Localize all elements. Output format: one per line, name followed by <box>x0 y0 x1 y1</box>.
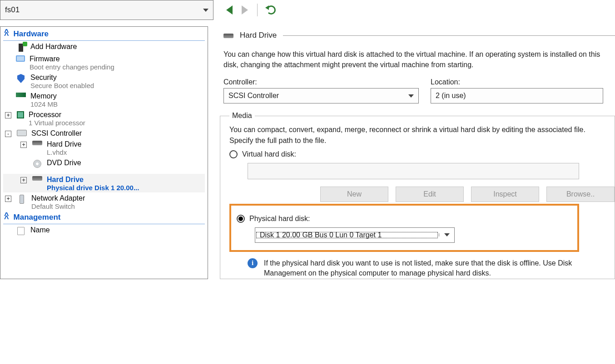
toolbar: fs01 <box>0 0 615 20</box>
info-icon: i <box>248 258 258 268</box>
management-section-title: Management <box>14 213 61 222</box>
monitor-icon <box>16 55 25 62</box>
toolbar-separator <box>257 4 258 16</box>
collapse-icon: ^^ <box>4 31 9 37</box>
hardware-section-header[interactable]: ^^ Hardware <box>3 29 205 41</box>
nav-add-hardware[interactable]: Add Hardware <box>3 41 205 53</box>
document-icon <box>16 226 26 236</box>
refresh-icon[interactable] <box>267 5 276 15</box>
hard-drive-icon <box>32 141 42 145</box>
management-section-header[interactable]: ^^ Management <box>3 212 205 224</box>
memory-icon <box>16 93 26 97</box>
panel-header: Hard Drive <box>223 31 615 40</box>
hard-drive-icon <box>32 176 42 181</box>
browse-button[interactable]: Browse.. <box>546 187 615 202</box>
attachment-help-text: You can change how this virtual hard dis… <box>223 49 600 70</box>
physical-disk-dropdown[interactable]: Disk 1 20.00 GB Bus 0 Lun 0 Target 1 <box>255 227 455 243</box>
detail-pane: Hard Drive You can change how this virtu… <box>208 26 615 279</box>
media-fieldset: Media You can compact, convert, expand, … <box>220 112 615 279</box>
nav-security[interactable]: Security Secure Boot enabled <box>3 72 205 90</box>
add-hardware-icon <box>16 43 26 52</box>
network-adapter-icon <box>17 195 27 204</box>
expand-icon[interactable]: + <box>20 142 27 148</box>
nav-scsi-controller[interactable]: - SCSI Controller <box>3 128 205 138</box>
nav-hard-drive-1[interactable]: + Hard Drive L.vhdx <box>3 138 205 157</box>
chevron-down-icon <box>203 9 208 12</box>
expand-icon[interactable]: + <box>5 196 11 202</box>
dvd-icon <box>32 159 42 168</box>
settings-tree: ^^ Hardware Add Hardware Firmware Boot e… <box>0 26 208 279</box>
media-legend: Media <box>229 112 255 120</box>
collapse-box-icon[interactable]: - <box>5 131 11 137</box>
vm-selector-dropdown[interactable]: fs01 <box>0 0 213 20</box>
physical-disk-info: i If the physical hard disk you want to … <box>248 258 615 279</box>
nav-memory[interactable]: Memory 1024 MB <box>3 90 205 109</box>
nav-processor[interactable]: + Processor 1 Virtual processor <box>3 109 205 128</box>
location-dropdown[interactable]: 2 (in use) <box>431 88 603 103</box>
virtual-hard-disk-radio[interactable]: Virtual hard disk: <box>229 150 615 158</box>
physical-hard-disk-radio[interactable]: Physical hard disk: <box>237 215 572 223</box>
inspect-button[interactable]: Inspect <box>471 187 539 202</box>
controller-location-row: Controller: SCSI Controller Location: 2 … <box>223 78 615 103</box>
location-label: Location: <box>431 78 603 86</box>
nav-name[interactable]: Name <box>3 224 205 236</box>
shield-icon <box>16 74 26 83</box>
nav-firmware[interactable]: Firmware Boot entry changes pending <box>3 53 205 72</box>
forward-icon[interactable] <box>242 5 248 15</box>
panel-title: Hard Drive <box>240 31 277 40</box>
vm-selector-value: fs01 <box>5 5 203 15</box>
hardware-section-title: Hardware <box>14 30 49 39</box>
divider <box>283 35 615 36</box>
controller-label: Controller: <box>223 78 419 86</box>
radio-icon <box>237 215 245 223</box>
nav-dvd-drive[interactable]: DVD Drive <box>3 157 205 169</box>
virtual-hard-disk-path-input[interactable] <box>248 163 579 179</box>
info-message: If the physical hard disk you want to us… <box>264 258 582 279</box>
processor-icon <box>17 111 24 118</box>
controller-dropdown[interactable]: SCSI Controller <box>223 88 419 103</box>
nav-hard-drive-2[interactable]: + Hard Drive Physical drive Disk 1 20.00… <box>3 174 205 192</box>
collapse-icon: ^^ <box>4 214 9 221</box>
radio-icon <box>229 150 238 158</box>
back-icon[interactable] <box>226 5 233 15</box>
controller-icon <box>17 130 27 136</box>
expand-icon[interactable]: + <box>20 177 27 183</box>
chevron-down-icon <box>439 233 454 236</box>
expand-icon[interactable]: + <box>5 112 11 118</box>
edit-button[interactable]: Edit <box>396 187 464 202</box>
toolbar-buttons <box>213 0 276 20</box>
hard-drive-icon <box>223 34 233 38</box>
chevron-down-icon <box>408 94 414 98</box>
media-help-text: You can compact, convert, expand, merge,… <box>229 124 606 145</box>
new-button[interactable]: New <box>320 187 388 202</box>
physical-disk-highlight: Physical hard disk: Disk 1 20.00 GB Bus … <box>229 204 579 252</box>
vhd-button-row: New Edit Inspect Browse.. <box>320 187 615 202</box>
nav-network-adapter[interactable]: + Network Adapter Default Switch <box>3 192 205 211</box>
